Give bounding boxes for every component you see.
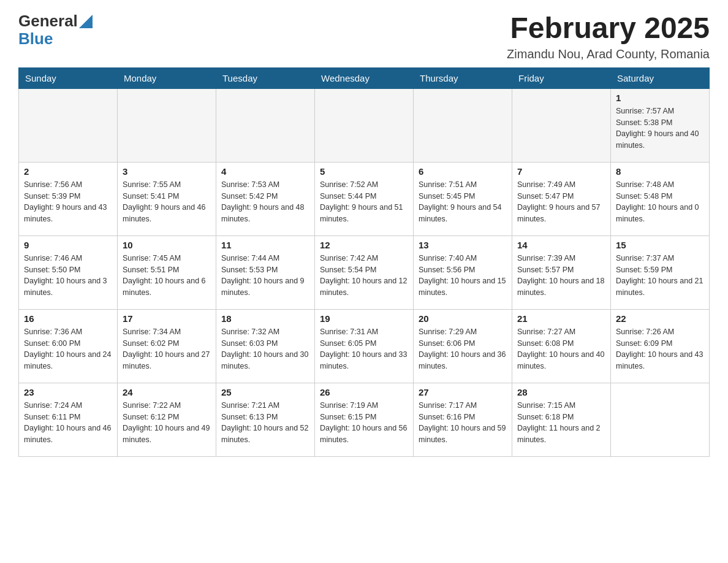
day-info: Sunrise: 7:32 AM Sunset: 6:03 PM Dayligh… — [221, 326, 309, 372]
day-info: Sunrise: 7:37 AM Sunset: 5:59 PM Dayligh… — [616, 253, 704, 299]
day-number: 18 — [221, 313, 309, 324]
day-number: 22 — [616, 313, 704, 324]
calendar-cell: 16Sunrise: 7:36 AM Sunset: 6:00 PM Dayli… — [19, 309, 118, 383]
day-info: Sunrise: 7:53 AM Sunset: 5:42 PM Dayligh… — [221, 179, 309, 225]
day-info: Sunrise: 7:46 AM Sunset: 5:50 PM Dayligh… — [24, 253, 112, 299]
day-info: Sunrise: 7:17 AM Sunset: 6:16 PM Dayligh… — [419, 400, 507, 446]
calendar-cell — [118, 88, 216, 162]
day-info: Sunrise: 7:21 AM Sunset: 6:13 PM Dayligh… — [221, 400, 309, 446]
calendar-cell: 8Sunrise: 7:48 AM Sunset: 5:48 PM Daylig… — [611, 162, 710, 236]
weekday-header-wednesday: Wednesday — [315, 67, 414, 88]
day-number: 20 — [419, 313, 507, 324]
day-number: 9 — [24, 240, 112, 250]
day-number: 27 — [419, 387, 507, 397]
calendar-cell: 18Sunrise: 7:32 AM Sunset: 6:03 PM Dayli… — [216, 309, 315, 383]
day-info: Sunrise: 7:51 AM Sunset: 5:45 PM Dayligh… — [419, 179, 507, 225]
calendar-cell — [611, 383, 710, 456]
page-header: General Blue February 2025 Zimandu Nou, … — [18, 12, 710, 61]
day-number: 5 — [320, 166, 408, 177]
weekday-header-row: SundayMondayTuesdayWednesdayThursdayFrid… — [19, 67, 710, 88]
calendar-cell — [19, 88, 118, 162]
day-number: 15 — [616, 240, 704, 250]
day-number: 25 — [221, 387, 309, 397]
weekday-header-saturday: Saturday — [611, 67, 710, 88]
calendar-cell — [512, 88, 611, 162]
calendar-cell: 13Sunrise: 7:40 AM Sunset: 5:56 PM Dayli… — [414, 236, 512, 309]
day-info: Sunrise: 7:24 AM Sunset: 6:11 PM Dayligh… — [24, 400, 112, 446]
day-number: 7 — [517, 166, 605, 177]
logo-blue-text: Blue — [18, 30, 93, 48]
calendar-cell: 25Sunrise: 7:21 AM Sunset: 6:13 PM Dayli… — [216, 383, 315, 456]
calendar-cell: 2Sunrise: 7:56 AM Sunset: 5:39 PM Daylig… — [19, 162, 118, 236]
day-info: Sunrise: 7:27 AM Sunset: 6:08 PM Dayligh… — [517, 326, 605, 372]
day-info: Sunrise: 7:36 AM Sunset: 6:00 PM Dayligh… — [24, 326, 112, 372]
day-info: Sunrise: 7:40 AM Sunset: 5:56 PM Dayligh… — [419, 253, 507, 299]
calendar-cell: 11Sunrise: 7:44 AM Sunset: 5:53 PM Dayli… — [216, 236, 315, 309]
day-info: Sunrise: 7:15 AM Sunset: 6:18 PM Dayligh… — [517, 400, 605, 446]
week-row-4: 16Sunrise: 7:36 AM Sunset: 6:00 PM Dayli… — [19, 309, 710, 383]
svg-marker-0 — [79, 15, 93, 28]
calendar-cell: 1Sunrise: 7:57 AM Sunset: 5:38 PM Daylig… — [611, 88, 710, 162]
logo-general-text: General — [18, 12, 78, 30]
calendar-cell: 27Sunrise: 7:17 AM Sunset: 6:16 PM Dayli… — [414, 383, 512, 456]
day-info: Sunrise: 7:19 AM Sunset: 6:15 PM Dayligh… — [320, 400, 408, 446]
day-info: Sunrise: 7:44 AM Sunset: 5:53 PM Dayligh… — [221, 253, 309, 299]
calendar-title: February 2025 — [507, 12, 710, 45]
calendar-cell — [315, 88, 414, 162]
calendar-cell: 5Sunrise: 7:52 AM Sunset: 5:44 PM Daylig… — [315, 162, 414, 236]
day-number: 24 — [123, 387, 211, 397]
logo: General Blue — [18, 12, 93, 47]
day-number: 14 — [517, 240, 605, 250]
calendar-table: SundayMondayTuesdayWednesdayThursdayFrid… — [18, 67, 710, 457]
day-number: 28 — [517, 387, 605, 397]
day-number: 19 — [320, 313, 408, 324]
calendar-cell: 14Sunrise: 7:39 AM Sunset: 5:57 PM Dayli… — [512, 236, 611, 309]
day-number: 16 — [24, 313, 112, 324]
day-number: 13 — [419, 240, 507, 250]
day-info: Sunrise: 7:34 AM Sunset: 6:02 PM Dayligh… — [123, 326, 211, 372]
day-info: Sunrise: 7:42 AM Sunset: 5:54 PM Dayligh… — [320, 253, 408, 299]
day-info: Sunrise: 7:55 AM Sunset: 5:41 PM Dayligh… — [123, 179, 211, 225]
calendar-cell: 10Sunrise: 7:45 AM Sunset: 5:51 PM Dayli… — [118, 236, 216, 309]
day-number: 4 — [221, 166, 309, 177]
day-info: Sunrise: 7:31 AM Sunset: 6:05 PM Dayligh… — [320, 326, 408, 372]
day-number: 8 — [616, 166, 704, 177]
calendar-cell — [216, 88, 315, 162]
calendar-cell: 7Sunrise: 7:49 AM Sunset: 5:47 PM Daylig… — [512, 162, 611, 236]
day-number: 6 — [419, 166, 507, 177]
week-row-1: 1Sunrise: 7:57 AM Sunset: 5:38 PM Daylig… — [19, 88, 710, 162]
day-number: 1 — [616, 93, 704, 103]
day-number: 23 — [24, 387, 112, 397]
day-info: Sunrise: 7:49 AM Sunset: 5:47 PM Dayligh… — [517, 179, 605, 225]
calendar-cell: 26Sunrise: 7:19 AM Sunset: 6:15 PM Dayli… — [315, 383, 414, 456]
calendar-cell: 21Sunrise: 7:27 AM Sunset: 6:08 PM Dayli… — [512, 309, 611, 383]
day-info: Sunrise: 7:45 AM Sunset: 5:51 PM Dayligh… — [123, 253, 211, 299]
week-row-3: 9Sunrise: 7:46 AM Sunset: 5:50 PM Daylig… — [19, 236, 710, 309]
week-row-5: 23Sunrise: 7:24 AM Sunset: 6:11 PM Dayli… — [19, 383, 710, 456]
day-number: 10 — [123, 240, 211, 250]
week-row-2: 2Sunrise: 7:56 AM Sunset: 5:39 PM Daylig… — [19, 162, 710, 236]
day-info: Sunrise: 7:39 AM Sunset: 5:57 PM Dayligh… — [517, 253, 605, 299]
day-number: 12 — [320, 240, 408, 250]
calendar-cell: 22Sunrise: 7:26 AM Sunset: 6:09 PM Dayli… — [611, 309, 710, 383]
day-info: Sunrise: 7:52 AM Sunset: 5:44 PM Dayligh… — [320, 179, 408, 225]
calendar-cell: 20Sunrise: 7:29 AM Sunset: 6:06 PM Dayli… — [414, 309, 512, 383]
day-info: Sunrise: 7:56 AM Sunset: 5:39 PM Dayligh… — [24, 179, 112, 225]
day-info: Sunrise: 7:22 AM Sunset: 6:12 PM Dayligh… — [123, 400, 211, 446]
day-info: Sunrise: 7:57 AM Sunset: 5:38 PM Dayligh… — [616, 105, 704, 151]
day-number: 21 — [517, 313, 605, 324]
calendar-cell: 28Sunrise: 7:15 AM Sunset: 6:18 PM Dayli… — [512, 383, 611, 456]
calendar-cell: 3Sunrise: 7:55 AM Sunset: 5:41 PM Daylig… — [118, 162, 216, 236]
weekday-header-tuesday: Tuesday — [216, 67, 315, 88]
calendar-cell: 23Sunrise: 7:24 AM Sunset: 6:11 PM Dayli… — [19, 383, 118, 456]
calendar-subtitle: Zimandu Nou, Arad County, Romania — [507, 47, 710, 61]
calendar-cell: 17Sunrise: 7:34 AM Sunset: 6:02 PM Dayli… — [118, 309, 216, 383]
calendar-cell: 12Sunrise: 7:42 AM Sunset: 5:54 PM Dayli… — [315, 236, 414, 309]
calendar-cell — [414, 88, 512, 162]
title-area: February 2025 Zimandu Nou, Arad County, … — [507, 12, 710, 61]
calendar-cell: 6Sunrise: 7:51 AM Sunset: 5:45 PM Daylig… — [414, 162, 512, 236]
calendar-cell: 19Sunrise: 7:31 AM Sunset: 6:05 PM Dayli… — [315, 309, 414, 383]
weekday-header-monday: Monday — [118, 67, 216, 88]
day-number: 2 — [24, 166, 112, 177]
day-number: 11 — [221, 240, 309, 250]
